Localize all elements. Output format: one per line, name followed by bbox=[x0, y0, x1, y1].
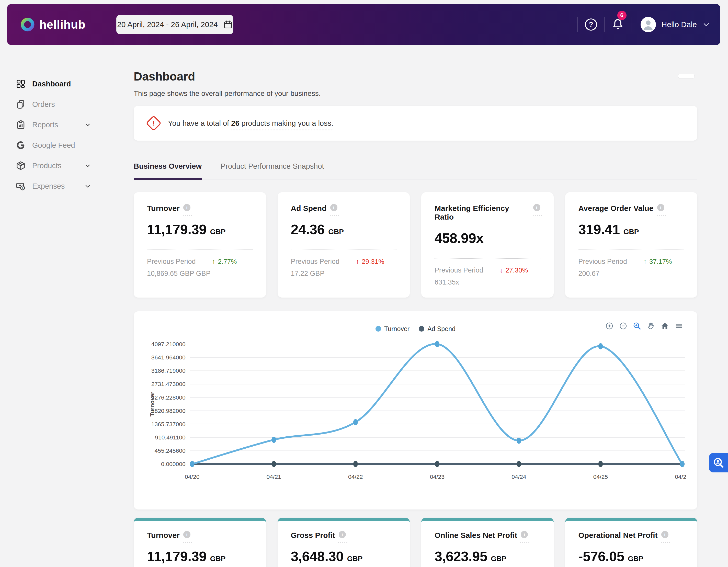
dashboard-grid-icon bbox=[16, 79, 26, 89]
info-icon[interactable]: i bbox=[521, 531, 528, 538]
pan-hand-icon[interactable] bbox=[647, 322, 655, 330]
hellihub-ring-icon bbox=[20, 17, 35, 32]
kpi-unit: GBP bbox=[347, 555, 363, 563]
zoom-in-icon[interactable] bbox=[605, 322, 613, 330]
calendar-icon bbox=[223, 20, 233, 29]
kpi-unit: GBP bbox=[628, 555, 643, 563]
kpi-card-marketing-efficiency-ratio: Marketing Efficiency Ratio i 458.99x Pre… bbox=[421, 192, 554, 298]
info-dots bbox=[520, 542, 529, 543]
prev-period-value: 631.35x bbox=[435, 278, 540, 286]
info-icon[interactable]: i bbox=[183, 531, 190, 538]
alert-suffix: products making you a loss. bbox=[240, 119, 334, 127]
loss-products-link[interactable]: 26 products making you a loss. bbox=[231, 119, 333, 130]
trend-arrow-icon: ↑ bbox=[212, 258, 215, 266]
kpi-unit: GBP bbox=[491, 555, 506, 563]
svg-text:$: $ bbox=[22, 186, 24, 190]
trend-arrow-icon: ↑ bbox=[643, 258, 647, 266]
svg-text:04/24: 04/24 bbox=[511, 473, 526, 480]
chart-toolbar bbox=[605, 322, 684, 330]
turnover-line-chart[interactable]: 4097.2100003641.9640003186.7190002731.47… bbox=[145, 336, 686, 500]
selection-zoom-icon[interactable] bbox=[633, 322, 641, 330]
svg-text:04/22: 04/22 bbox=[348, 473, 363, 480]
collapsed-toggle-pill[interactable] bbox=[678, 74, 695, 79]
kpi-value: 3,648.30 bbox=[291, 548, 344, 564]
chart-legend: Turnover Ad Spend bbox=[145, 321, 686, 336]
sidebar-item-label: Reports bbox=[32, 121, 58, 129]
kpi-unit: GBP bbox=[623, 228, 639, 236]
kpi-title: Online Sales Net Profit bbox=[435, 531, 517, 540]
dotted-divider bbox=[291, 250, 397, 250]
info-dots bbox=[533, 215, 542, 216]
info-icon[interactable]: i bbox=[533, 204, 540, 211]
svg-text:4097.210000: 4097.210000 bbox=[151, 341, 186, 347]
reset-home-icon[interactable] bbox=[661, 322, 669, 330]
turnover-adspend-chart-card: Turnover Ad Spend bbox=[134, 311, 697, 509]
kpi-value: 11,179.39 bbox=[147, 221, 207, 237]
chevron-down-icon bbox=[84, 121, 91, 128]
info-icon[interactable]: i bbox=[661, 531, 668, 538]
avatar bbox=[641, 17, 656, 32]
sidebar-item-reports[interactable]: Reports bbox=[0, 115, 102, 135]
package-box-icon bbox=[16, 161, 26, 171]
info-icon[interactable]: i bbox=[183, 204, 190, 211]
chevron-down-icon bbox=[84, 183, 91, 190]
info-icon[interactable]: i bbox=[339, 531, 346, 538]
notification-badge: 6 bbox=[617, 11, 627, 20]
loss-alert-card: ! You have a total of 26 products making… bbox=[134, 106, 697, 141]
legend-dot-ad-spend bbox=[419, 326, 424, 332]
sidebar-item-label: Orders bbox=[32, 100, 55, 109]
kpi-card-online-sales-net-profit: Online Sales Net Profit i 3,623.95 GBP P… bbox=[421, 518, 554, 567]
app-header: hellihub 20 April, 2024 - 26 April, 2024… bbox=[7, 4, 720, 45]
prev-period-label: Previous Period bbox=[291, 258, 340, 266]
help-icon: ? bbox=[584, 18, 598, 31]
notifications-button[interactable]: 6 bbox=[605, 18, 631, 31]
tab-business-overview[interactable]: Business Overview bbox=[134, 162, 202, 180]
kpi-value: 458.99x bbox=[435, 230, 484, 246]
kpi-value: -576.05 bbox=[578, 548, 624, 564]
menu-icon[interactable] bbox=[675, 322, 684, 330]
user-greeting: Hello Dale bbox=[662, 20, 697, 29]
change-percent: 27.30% bbox=[506, 266, 528, 274]
sidebar-item-expenses[interactable]: $ Expenses bbox=[0, 176, 102, 196]
kpi-row-top: Turnover i 11,179.39 GBP Previous Period… bbox=[134, 192, 697, 298]
help-button[interactable]: ? bbox=[578, 18, 604, 31]
tab-product-performance-snapshot[interactable]: Product Performance Snapshot bbox=[221, 162, 324, 179]
svg-text:Turnover: Turnover bbox=[149, 392, 155, 417]
zoom-out-icon[interactable] bbox=[619, 322, 627, 330]
info-icon[interactable]: i bbox=[657, 204, 664, 211]
svg-text:1365.737000: 1365.737000 bbox=[151, 421, 186, 427]
legend-dot-turnover bbox=[376, 326, 381, 332]
date-range-picker[interactable]: 20 April, 2024 - 26 April, 2024 bbox=[116, 15, 233, 34]
sidebar-item-products[interactable]: Products bbox=[0, 155, 102, 176]
legend-label: Turnover bbox=[384, 325, 409, 333]
alert-message: You have a total of 26 products making y… bbox=[168, 119, 333, 128]
kpi-unit: GBP bbox=[328, 228, 344, 236]
brand-name: hellihub bbox=[39, 18, 85, 31]
sidebar-item-label: Google Feed bbox=[32, 141, 75, 150]
info-icon[interactable]: i bbox=[330, 204, 337, 211]
dotted-divider bbox=[147, 250, 253, 250]
svg-text:2276.228000: 2276.228000 bbox=[151, 394, 186, 401]
legend-label: Ad Spend bbox=[427, 325, 456, 333]
prev-period-value: 200.67 bbox=[578, 270, 684, 278]
legend-item-ad-spend[interactable]: Ad Spend bbox=[419, 325, 456, 333]
report-chart-icon bbox=[16, 120, 26, 130]
kpi-title: Average Order Value bbox=[578, 204, 654, 213]
sidebar-item-label: Products bbox=[32, 162, 61, 170]
change-percent: 29.31% bbox=[362, 258, 384, 266]
user-menu[interactable]: Hello Dale bbox=[631, 17, 710, 32]
date-range-value: 20 April, 2024 - 26 April, 2024 bbox=[117, 20, 218, 29]
sidebar-item-orders[interactable]: Orders bbox=[0, 94, 102, 115]
main-content: Dashboard This page shows the overall pe… bbox=[103, 45, 728, 567]
prev-period-label: Previous Period bbox=[578, 258, 627, 266]
legend-item-turnover[interactable]: Turnover bbox=[376, 325, 409, 333]
sidebar-item-label: Dashboard bbox=[32, 80, 71, 88]
search-assist-fab[interactable] bbox=[709, 453, 728, 472]
svg-text:1820.982000: 1820.982000 bbox=[151, 407, 186, 414]
svg-text:04/26: 04/26 bbox=[675, 473, 686, 480]
page-title: Dashboard bbox=[134, 70, 697, 83]
alert-count: 26 bbox=[231, 119, 239, 127]
sidebar-item-google-feed[interactable]: Google Feed bbox=[0, 135, 102, 155]
sidebar-item-dashboard[interactable]: Dashboard bbox=[0, 74, 102, 94]
overview-tabs: Business Overview Product Performance Sn… bbox=[134, 162, 697, 179]
